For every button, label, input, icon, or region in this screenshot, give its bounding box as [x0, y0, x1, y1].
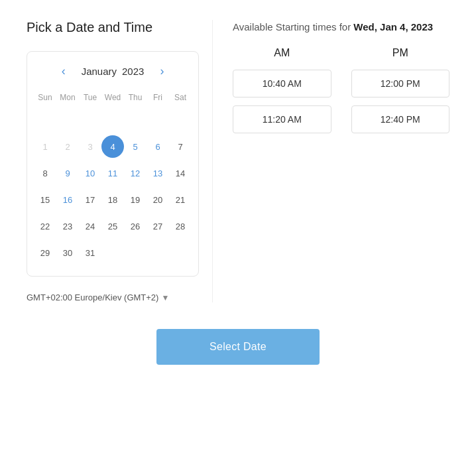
available-title: Available Starting times for Wed, Jan 4,… [233, 20, 449, 34]
day-cell [79, 107, 101, 133]
day-cell[interactable]: 11 [101, 160, 124, 186]
day-cell[interactable]: 6 [147, 134, 169, 159]
calendar-grid: SunMonTueWedThuFriSat 123456789101112131… [34, 90, 192, 265]
day-cell [56, 107, 79, 133]
prev-month-button[interactable]: ‹ [56, 62, 71, 80]
day-cell[interactable]: 18 [101, 187, 124, 212]
time-slot-am[interactable]: 10:40 AM [233, 70, 331, 97]
day-cell [147, 240, 169, 265]
day-header: Mon [56, 90, 79, 105]
timezone-selector[interactable]: GMT+02:00 Europe/Kiev (GMT+2) ▼ [27, 292, 199, 302]
time-columns: AM 10:40 AM11:20 AM PM 12:00 PM12:40 PM [233, 47, 449, 141]
timezone-label: GMT+02:00 Europe/Kiev (GMT+2) [27, 292, 158, 302]
day-cell[interactable]: 23 [56, 214, 79, 239]
day-cell[interactable]: 22 [34, 214, 56, 239]
calendar-header: ‹ January 2023 › [34, 62, 192, 80]
day-cell: 2 [56, 134, 79, 159]
day-cell[interactable]: 12 [124, 160, 147, 186]
select-date-button[interactable]: Select Date [156, 329, 320, 365]
timezone-chevron-icon: ▼ [161, 293, 169, 302]
day-cell[interactable]: 13 [147, 160, 169, 186]
day-cell [147, 107, 169, 133]
day-cell[interactable]: 30 [56, 240, 79, 265]
day-cell[interactable]: 29 [34, 240, 56, 265]
day-header: Sat [169, 90, 192, 105]
day-cell[interactable]: 4 [101, 135, 124, 158]
day-cell[interactable]: 27 [147, 214, 169, 239]
calendar: ‹ January 2023 › SunMonTueWedThuFriSat 1… [27, 51, 199, 277]
footer: Select Date [27, 329, 449, 378]
day-header: Thu [124, 90, 147, 105]
day-cell[interactable]: 10 [79, 160, 101, 186]
day-cell[interactable]: 25 [101, 214, 124, 239]
day-cell [101, 107, 124, 133]
pm-header: PM [351, 47, 450, 59]
time-slot-pm[interactable]: 12:00 PM [351, 70, 450, 97]
day-cell[interactable]: 28 [169, 214, 192, 239]
available-prefix: Available Starting times for [233, 21, 353, 32]
day-cell [124, 240, 147, 265]
day-header: Sun [34, 90, 56, 105]
available-date: Wed, Jan 4, 2023 [353, 21, 433, 32]
day-cell [169, 107, 192, 133]
day-cell[interactable]: 16 [56, 187, 79, 212]
day-cell[interactable]: 17 [79, 187, 101, 212]
day-header: Tue [79, 90, 101, 105]
time-slot-am[interactable]: 11:20 AM [233, 105, 331, 133]
day-header: Wed [101, 90, 124, 105]
day-cell [101, 240, 124, 265]
calendar-month: January [82, 66, 117, 77]
day-cell[interactable]: 20 [147, 187, 169, 212]
day-headers: SunMonTueWedThuFriSat [34, 90, 192, 105]
day-cell[interactable]: 5 [124, 134, 147, 159]
day-cell [169, 240, 192, 265]
am-slots: 10:40 AM11:20 AM [233, 70, 331, 133]
day-cell[interactable]: 15 [34, 187, 56, 212]
days-grid: 1234567891011121314151617181920212223242… [34, 107, 192, 265]
pm-slots: 12:00 PM12:40 PM [351, 70, 450, 133]
time-slot-pm[interactable]: 12:40 PM [351, 105, 450, 133]
am-header: AM [233, 47, 331, 59]
day-cell[interactable]: 14 [169, 160, 192, 186]
page-title: Pick a Date and Time [27, 20, 199, 35]
calendar-year: 2023 [122, 66, 144, 77]
next-month-button[interactable]: › [154, 62, 169, 80]
day-cell[interactable]: 21 [169, 187, 192, 212]
day-cell[interactable]: 19 [124, 187, 147, 212]
day-cell[interactable]: 8 [34, 160, 56, 186]
pm-column: PM 12:00 PM12:40 PM [351, 47, 450, 141]
day-cell[interactable]: 26 [124, 214, 147, 239]
day-cell[interactable]: 9 [56, 160, 79, 186]
day-cell[interactable]: 24 [79, 214, 101, 239]
day-cell[interactable]: 7 [169, 134, 192, 159]
day-cell: 3 [79, 134, 101, 159]
day-cell: 1 [34, 134, 56, 159]
day-cell [124, 107, 147, 133]
day-header: Fri [147, 90, 169, 105]
day-cell[interactable]: 31 [79, 240, 101, 265]
am-column: AM 10:40 AM11:20 AM [233, 47, 331, 141]
day-cell [34, 107, 56, 133]
